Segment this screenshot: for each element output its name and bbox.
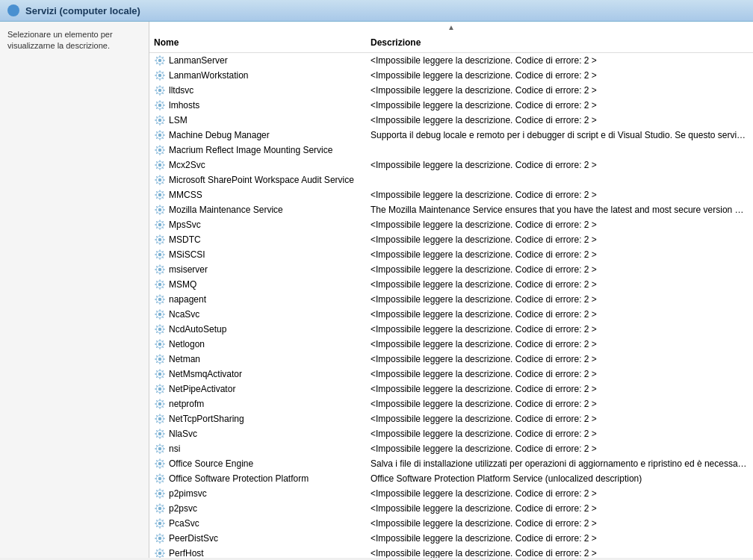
service-desc-cell: <Impossibile leggere la descrizione. Cod… bbox=[366, 293, 753, 305]
service-name-text: p2pimsvc bbox=[169, 488, 207, 499]
svg-point-24 bbox=[158, 238, 161, 241]
table-row[interactable]: MSiSCSI<Impossibile leggere la descrizio… bbox=[149, 247, 753, 262]
svg-point-66 bbox=[158, 552, 161, 555]
table-row[interactable]: Netman<Impossibile leggere la descrizion… bbox=[149, 352, 753, 367]
service-icon bbox=[154, 458, 166, 470]
svg-point-56 bbox=[158, 477, 161, 480]
table-row[interactable]: NcaSvc<Impossibile leggere la descrizion… bbox=[149, 307, 753, 322]
svg-point-46 bbox=[158, 402, 161, 405]
service-name-text: lmhosts bbox=[169, 100, 199, 111]
table-row[interactable]: lltdsvc<Impossibile leggere la descrizio… bbox=[149, 83, 753, 98]
table-row[interactable]: Mcx2Svc<Impossibile leggere la descrizio… bbox=[149, 158, 753, 172]
service-desc-cell: <Impossibile leggere la descrizione. Cod… bbox=[366, 159, 753, 171]
table-row[interactable]: Microsoft SharePoint Workspace Audit Ser… bbox=[149, 172, 753, 187]
service-desc-cell: <Impossibile leggere la descrizione. Cod… bbox=[366, 532, 753, 544]
table-row[interactable]: MSMQ<Impossibile leggere la descrizione.… bbox=[149, 277, 753, 292]
title-bar-icon bbox=[7, 4, 19, 16]
service-icon bbox=[154, 547, 166, 558]
service-name-text: NetMsmqActivator bbox=[169, 369, 242, 379]
column-header-name[interactable]: Nome bbox=[149, 36, 366, 49]
table-row[interactable]: Office Source EngineSalva i file di inst… bbox=[149, 456, 753, 471]
table-row[interactable]: LanmanServer<Impossibile leggere la desc… bbox=[149, 53, 753, 68]
service-name-text: p2psvc bbox=[169, 503, 197, 514]
service-icon bbox=[154, 234, 166, 246]
table-row[interactable]: Machine Debug ManagerSupporta il debug l… bbox=[149, 128, 753, 143]
service-desc-cell: <Impossibile leggere la descrizione. Cod… bbox=[366, 353, 753, 365]
table-row[interactable]: nsi<Impossibile leggere la descrizione. … bbox=[149, 441, 753, 456]
service-desc-cell: <Impossibile leggere la descrizione. Cod… bbox=[366, 443, 753, 455]
table-row[interactable]: lmhosts<Impossibile leggere la descrizio… bbox=[149, 98, 753, 113]
service-name-text: napagent bbox=[169, 294, 206, 305]
svg-point-2 bbox=[158, 74, 161, 77]
service-name-text: MMCSS bbox=[169, 190, 202, 200]
service-desc-cell: <Impossibile leggere la descrizione. Cod… bbox=[366, 308, 753, 320]
table-row[interactable]: PeerDistSvc<Impossibile leggere la descr… bbox=[149, 531, 753, 546]
service-icon bbox=[154, 189, 166, 201]
service-icon bbox=[154, 279, 166, 290]
svg-point-10 bbox=[158, 134, 161, 137]
table-row[interactable]: msiserver<Impossibile leggere la descriz… bbox=[149, 262, 753, 277]
service-desc-cell bbox=[366, 149, 753, 151]
svg-point-26 bbox=[158, 253, 161, 256]
right-panel: ▲ Nome Descrizione LanmanServer<Impossib… bbox=[149, 22, 753, 558]
service-name-text: LanmanServer bbox=[169, 55, 228, 66]
table-row[interactable]: PcaSvc<Impossibile leggere la descrizion… bbox=[149, 516, 753, 531]
table-row[interactable]: Mozilla Maintenance ServiceThe Mozilla M… bbox=[149, 202, 753, 217]
table-row[interactable]: netprofm<Impossibile leggere la descrizi… bbox=[149, 396, 753, 411]
service-icon bbox=[154, 503, 166, 514]
table-row[interactable]: NcdAutoSetup<Impossibile leggere la desc… bbox=[149, 322, 753, 337]
table-row[interactable]: LanmanWorkstation<Impossibile leggere la… bbox=[149, 68, 753, 83]
service-name-cell: p2pimsvc bbox=[149, 487, 366, 500]
table-row[interactable]: NetTcpPortSharing<Impossibile leggere la… bbox=[149, 411, 753, 426]
svg-point-8 bbox=[158, 119, 161, 122]
service-name-cell: MSiSCSI bbox=[149, 248, 366, 261]
service-name-cell: netprofm bbox=[149, 397, 366, 411]
table-row[interactable]: LSM<Impossibile leggere la descrizione. … bbox=[149, 113, 753, 128]
table-row[interactable]: NetPipeActivator<Impossibile leggere la … bbox=[149, 382, 753, 396]
service-name-text: MSDTC bbox=[169, 234, 201, 245]
table-row[interactable]: Macrium Reflect Image Mounting Service bbox=[149, 143, 753, 158]
service-icon bbox=[154, 323, 166, 335]
service-desc-cell: <Impossibile leggere la descrizione. Cod… bbox=[366, 234, 753, 246]
column-header-description[interactable]: Descrizione bbox=[366, 36, 753, 49]
svg-point-0 bbox=[158, 59, 161, 62]
table-row[interactable]: p2psvc<Impossibile leggere la descrizion… bbox=[149, 501, 753, 516]
sort-indicator: ▲ bbox=[149, 22, 753, 33]
service-name-cell: lltdsvc bbox=[149, 84, 366, 97]
service-desc-cell: <Impossibile leggere la descrizione. Cod… bbox=[366, 503, 753, 514]
table-row[interactable]: NetMsmqActivator<Impossibile leggere la … bbox=[149, 367, 753, 382]
svg-point-14 bbox=[158, 164, 161, 167]
svg-point-12 bbox=[158, 149, 161, 152]
service-name-cell: NetMsmqActivator bbox=[149, 367, 366, 381]
table-row[interactable]: PerfHost<Impossibile leggere la descrizi… bbox=[149, 546, 753, 558]
table-row[interactable]: Netlogon<Impossibile leggere la descrizi… bbox=[149, 337, 753, 352]
service-name-text: nsi bbox=[169, 444, 180, 454]
table-row[interactable]: napagent<Impossibile leggere la descrizi… bbox=[149, 292, 753, 307]
service-name-cell: Office Software Protection Platform bbox=[149, 472, 366, 485]
svg-point-62 bbox=[158, 522, 161, 525]
service-icon bbox=[154, 473, 166, 485]
services-table-body[interactable]: LanmanServer<Impossibile leggere la desc… bbox=[149, 53, 753, 558]
table-row[interactable]: MSDTC<Impossibile leggere la descrizione… bbox=[149, 232, 753, 247]
service-name-cell: MSMQ bbox=[149, 278, 366, 291]
table-row[interactable]: MpsSvc<Impossibile leggere la descrizion… bbox=[149, 217, 753, 232]
service-name-text: NcaSvc bbox=[169, 309, 199, 320]
service-name-text: NetTcpPortSharing bbox=[169, 414, 244, 424]
service-desc-cell: <Impossibile leggere la descrizione. Cod… bbox=[366, 398, 753, 410]
svg-point-60 bbox=[158, 507, 161, 510]
service-desc-cell: <Impossibile leggere la descrizione. Cod… bbox=[366, 368, 753, 380]
table-row[interactable]: MMCSS<Impossibile leggere la descrizione… bbox=[149, 187, 753, 202]
svg-point-4 bbox=[158, 89, 161, 92]
svg-point-38 bbox=[158, 343, 161, 346]
svg-point-22 bbox=[158, 223, 161, 226]
service-name-text: PcaSvc bbox=[169, 518, 199, 529]
table-row[interactable]: p2pimsvc<Impossibile leggere la descrizi… bbox=[149, 486, 753, 501]
service-icon bbox=[154, 368, 166, 380]
left-panel-description: Selezionare un elemento per visualizzarn… bbox=[7, 30, 113, 50]
table-row[interactable]: Office Software Protection PlatformOffic… bbox=[149, 471, 753, 486]
service-desc-cell: <Impossibile leggere la descrizione. Cod… bbox=[366, 547, 753, 558]
table-row[interactable]: NlaSvc<Impossibile leggere la descrizion… bbox=[149, 426, 753, 441]
service-name-cell: Macrium Reflect Image Mounting Service bbox=[149, 143, 366, 157]
service-desc-cell: <Impossibile leggere la descrizione. Cod… bbox=[366, 84, 753, 96]
service-desc-cell: <Impossibile leggere la descrizione. Cod… bbox=[366, 413, 753, 425]
